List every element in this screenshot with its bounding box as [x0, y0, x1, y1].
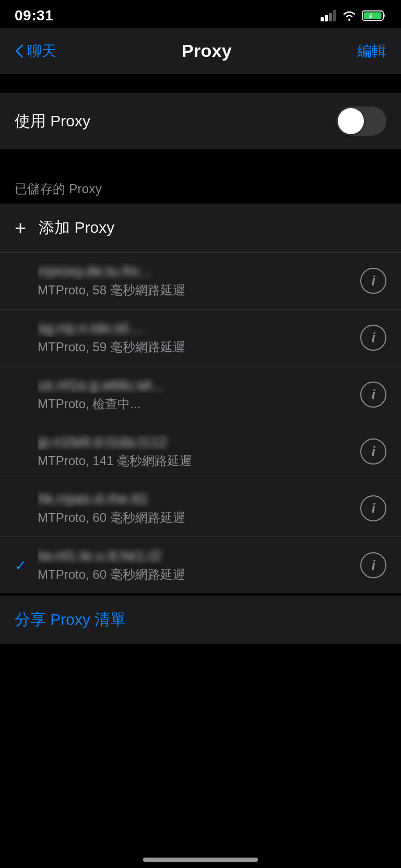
dark-strip — [0, 74, 401, 93]
wifi-icon — [341, 10, 357, 21]
back-button[interactable]: 聊天 — [15, 41, 56, 61]
proxy-info: us.nt1a.g.wtdu.wt...MTProto, 檢查中... — [38, 377, 352, 412]
proxy-info: tw.nt1.te.u.tt.he1.t2MTProto, 60 毫秒網路延遲 — [38, 548, 352, 583]
proxy-name: tw.nt1.te.u.tt.he1.t2 — [38, 548, 352, 564]
proxy-list: rrproxy.de.tu.fm...MTProto, 58 毫秒網路延遲isg… — [0, 253, 401, 593]
proxy-name: rrproxy.de.tu.fm... — [38, 263, 352, 280]
proxy-info-button[interactable]: i — [360, 325, 386, 351]
proxy-info-button[interactable]: i — [360, 552, 386, 578]
proxy-name: jp.n1fa9.d.t1da.t112 — [38, 434, 352, 450]
use-proxy-row: 使用 Proxy — [15, 93, 386, 149]
proxy-name: us.nt1a.g.wtdu.wt... — [38, 377, 352, 394]
proxy-info-button[interactable]: i — [360, 382, 386, 408]
proxy-info: hk.rrpas.d.rhe.tt1MTProto, 60 毫秒網路延遲 — [38, 491, 352, 526]
svg-rect-7 — [364, 13, 382, 19]
use-proxy-toggle[interactable] — [336, 106, 386, 136]
use-proxy-label: 使用 Proxy — [15, 111, 90, 132]
saved-proxy-header: 已儲存的 Proxy — [0, 168, 401, 204]
proxy-item[interactable]: us.nt1a.g.wtdu.wt...MTProto, 檢查中...i — [0, 366, 401, 423]
page-title: Proxy — [182, 41, 232, 61]
proxy-item[interactable]: hk.rrpas.d.rhe.tt1MTProto, 60 毫秒網路延遲i — [0, 480, 401, 537]
proxy-info-button[interactable]: i — [360, 268, 386, 294]
share-proxy-list-button[interactable]: 分享 Proxy 清單 — [0, 596, 401, 644]
proxy-item[interactable]: sg.rrp.n.tdo.td....MTProto, 59 毫秒網路延遲i — [0, 310, 401, 366]
status-icons — [321, 9, 386, 22]
add-proxy-label: 添加 Proxy — [39, 217, 114, 239]
signal-icon — [321, 10, 336, 21]
svg-point-4 — [348, 19, 350, 21]
status-bar: 09:31 — [0, 0, 401, 28]
toggle-section: 使用 Proxy — [0, 93, 401, 149]
dark-strip-2 — [0, 149, 401, 168]
proxy-detail: MTProto, 檢查中... — [38, 396, 352, 412]
home-indicator — [143, 858, 258, 862]
proxy-info: rrproxy.de.tu.fm...MTProto, 58 毫秒網路延遲 — [38, 263, 352, 299]
share-section: 分享 Proxy 清單 — [0, 596, 401, 644]
proxy-info-button[interactable]: i — [360, 495, 386, 521]
back-label: 聊天 — [27, 41, 56, 61]
proxy-item[interactable]: rrproxy.de.tu.fm...MTProto, 58 毫秒網路延遲i — [0, 253, 401, 310]
svg-rect-0 — [321, 17, 324, 21]
proxy-detail: MTProto, 60 毫秒網路延遲 — [38, 509, 352, 526]
svg-rect-3 — [333, 10, 336, 21]
add-proxy-section: + 添加 Proxy — [0, 204, 401, 253]
proxy-detail: MTProto, 58 毫秒網路延遲 — [38, 282, 352, 299]
svg-rect-6 — [383, 14, 385, 17]
proxy-name: hk.rrpas.d.rhe.tt1 — [38, 491, 352, 507]
svg-rect-2 — [329, 13, 332, 21]
add-icon: + — [15, 218, 26, 238]
proxy-item[interactable]: ✓tw.nt1.te.u.tt.he1.t2MTProto, 60 毫秒網路延遲… — [0, 537, 401, 593]
proxy-info: sg.rrp.n.tdo.td....MTProto, 59 毫秒網路延遲 — [38, 320, 352, 355]
svg-rect-1 — [325, 15, 328, 21]
proxy-item[interactable]: jp.n1fa9.d.t1da.t112MTProto, 141 毫秒網路延遲i — [0, 423, 401, 480]
proxy-info-button[interactable]: i — [360, 438, 386, 465]
proxy-detail: MTProto, 60 毫秒網路延遲 — [38, 566, 352, 583]
add-proxy-row[interactable]: + 添加 Proxy — [0, 204, 401, 252]
edit-button[interactable]: 編輯 — [357, 41, 386, 61]
proxy-info: jp.n1fa9.d.t1da.t112MTProto, 141 毫秒網路延遲 — [38, 434, 352, 469]
status-time: 09:31 — [15, 7, 53, 24]
proxy-detail: MTProto, 59 毫秒網路延遲 — [38, 339, 352, 355]
nav-bar: 聊天 Proxy 編輯 — [0, 28, 401, 74]
proxy-check-icon: ✓ — [15, 557, 38, 574]
proxy-detail: MTProto, 141 毫秒網路延遲 — [38, 453, 352, 469]
proxy-name: sg.rrp.n.tdo.td.... — [38, 320, 352, 337]
bottom-area — [0, 644, 401, 748]
battery-icon — [362, 9, 386, 22]
